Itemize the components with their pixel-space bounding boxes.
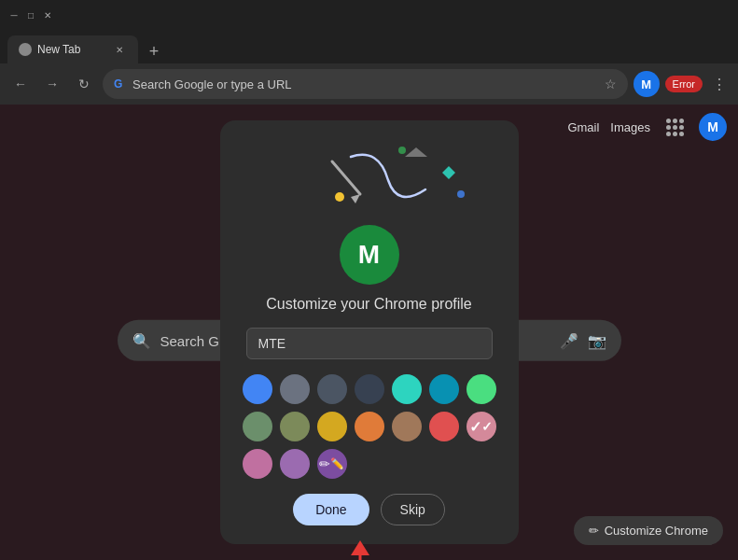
svg-point-6 — [398, 147, 406, 154]
color-swatch-pink1[interactable]: ✓ — [466, 412, 496, 441]
tab-bar: New Tab ✕ + — [0, 30, 738, 63]
svg-line-0 — [332, 161, 360, 194]
title-bar: ─ □ ✕ — [0, 0, 738, 30]
color-swatch-orange[interactable] — [355, 412, 384, 441]
refresh-button[interactable]: ↻ — [71, 71, 97, 97]
address-text: Search Google or type a URL — [132, 77, 599, 91]
profile-avatar: M — [340, 225, 399, 285]
color-swatch-blue1[interactable] — [243, 374, 272, 404]
toolbar-right: M Error ⋮ — [634, 71, 731, 97]
skip-button[interactable]: Skip — [381, 494, 445, 525]
color-swatch-brown[interactable] — [392, 412, 422, 441]
arrow-annotation — [341, 540, 379, 560]
svg-marker-2 — [405, 147, 427, 157]
svg-marker-1 — [351, 194, 360, 203]
red-arrow-svg — [341, 540, 379, 560]
close-button[interactable]: ✕ — [41, 8, 54, 21]
color-swatch-purple[interactable] — [280, 449, 310, 479]
svg-point-4 — [335, 192, 344, 202]
profile-avatar-toolbar[interactable]: M — [634, 71, 660, 97]
address-bar-row: ← → ↻ G Search Google or type a URL ☆ M … — [0, 63, 738, 105]
tab-close-button[interactable]: ✕ — [112, 42, 127, 57]
color-swatch-gray3[interactable] — [355, 374, 384, 404]
dialog-overlay: M Customize your Chrome profile ✓✏ Done … — [0, 105, 738, 560]
tab-favicon — [19, 43, 32, 56]
back-button[interactable]: ← — [7, 71, 34, 97]
tab-label: New Tab — [37, 43, 80, 56]
color-swatch-teal2[interactable] — [429, 374, 459, 404]
svg-point-5 — [457, 190, 465, 198]
svg-marker-3 — [442, 166, 455, 179]
color-swatch-olive[interactable] — [280, 412, 310, 441]
color-grid: ✓✏ — [243, 374, 496, 479]
address-bar[interactable]: G Search Google or type a URL ☆ — [103, 69, 628, 99]
minimize-button[interactable]: ─ — [7, 8, 21, 21]
customize-profile-dialog: M Customize your Chrome profile ✓✏ Done … — [220, 120, 519, 544]
color-swatch-yellow[interactable] — [317, 412, 347, 441]
google-logo: G — [114, 77, 127, 91]
new-tab-button[interactable]: + — [142, 39, 166, 63]
illustration-svg — [239, 143, 500, 217]
color-swatch-red[interactable] — [429, 412, 459, 441]
svg-marker-8 — [351, 540, 369, 555]
color-swatch-custom[interactable]: ✏ — [317, 449, 347, 479]
dialog-buttons: Done Skip — [246, 494, 493, 525]
profile-name-input[interactable] — [246, 328, 493, 359]
active-tab[interactable]: New Tab ✕ — [7, 35, 138, 63]
menu-button[interactable]: ⋮ — [708, 72, 731, 97]
color-swatch-green2[interactable] — [243, 412, 272, 441]
error-button[interactable]: Error — [665, 76, 703, 92]
profile-illustration — [246, 143, 493, 217]
color-swatch-teal1[interactable] — [392, 374, 422, 404]
color-swatch-gray1[interactable] — [280, 374, 310, 404]
dialog-title: Customize your Chrome profile — [266, 296, 472, 313]
color-swatch-gray2[interactable] — [317, 374, 347, 404]
bookmark-icon[interactable]: ☆ — [605, 77, 617, 91]
main-content: Gmail Images M 🔍 Search G 🎤 📷 — [0, 105, 738, 560]
color-swatch-green1[interactable] — [466, 374, 496, 404]
window-controls: ─ □ ✕ — [7, 8, 54, 21]
color-swatch-pink2[interactable] — [243, 449, 272, 479]
done-button[interactable]: Done — [293, 494, 369, 525]
maximize-button[interactable]: □ — [24, 8, 37, 21]
forward-button[interactable]: → — [39, 71, 65, 97]
